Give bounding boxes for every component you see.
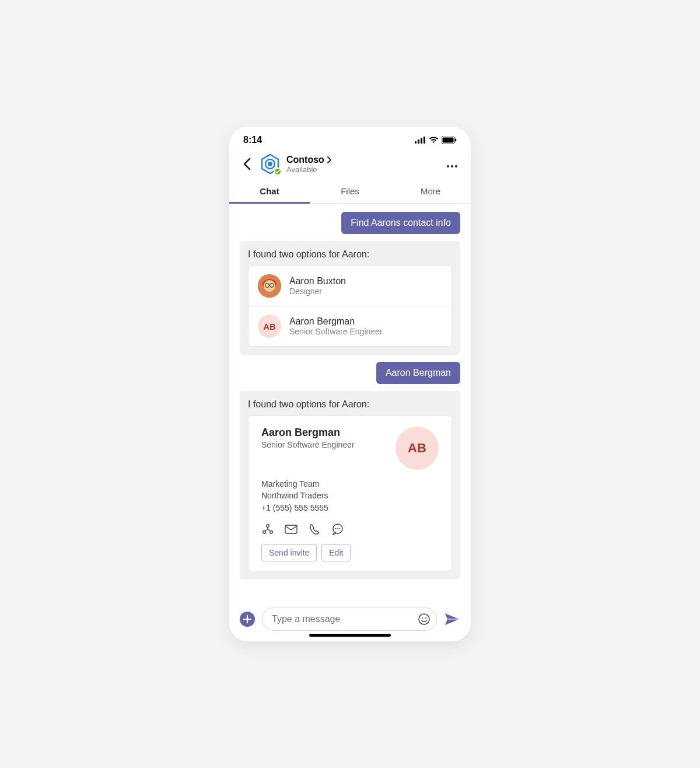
avatar: AB xyxy=(396,427,439,470)
chat-subtitle: Available xyxy=(286,165,438,174)
chat-header: Contoso Available xyxy=(229,150,471,180)
svg-point-24 xyxy=(337,528,338,529)
contact-company: Northwind Traders xyxy=(261,490,439,501)
svg-rect-3 xyxy=(424,137,425,144)
phone-icon[interactable] xyxy=(308,523,321,536)
cellular-icon xyxy=(415,137,426,144)
contact-buttons: Send invite Edit xyxy=(261,544,439,561)
user-message[interactable]: Find Aarons contact info xyxy=(341,212,460,234)
status-bar: 8:14 xyxy=(229,127,471,150)
person-photo-icon xyxy=(258,274,281,298)
svg-point-23 xyxy=(335,528,337,529)
chevron-right-icon xyxy=(327,156,331,163)
avatar-initials: AB xyxy=(263,322,276,331)
avatar: AB xyxy=(258,315,281,338)
wifi-icon xyxy=(429,137,439,144)
header-titles[interactable]: Contoso Available xyxy=(286,155,438,174)
send-icon xyxy=(444,612,460,626)
svg-rect-2 xyxy=(421,138,422,144)
svg-point-25 xyxy=(340,528,341,529)
message-list[interactable]: Find Aarons contact info I found two opt… xyxy=(229,204,471,602)
plus-icon xyxy=(243,615,251,623)
tab-more[interactable]: More xyxy=(390,180,471,203)
svg-rect-6 xyxy=(455,139,456,142)
home-indicator[interactable] xyxy=(309,634,391,637)
option-role: Designer xyxy=(289,287,346,296)
svg-rect-1 xyxy=(418,139,419,144)
tab-files[interactable]: Files xyxy=(310,180,390,203)
contact-meta: Marketing Team Northwind Traders +1 (555… xyxy=(261,478,439,514)
avatar xyxy=(258,274,281,298)
contact-name: Aaron Bergman xyxy=(261,427,355,439)
svg-point-10 xyxy=(447,165,449,167)
svg-point-18 xyxy=(267,525,270,528)
message-input-wrap[interactable] xyxy=(262,608,437,631)
message-input[interactable] xyxy=(272,614,418,624)
svg-rect-5 xyxy=(443,138,454,143)
bot-message: I found two options for Aaron: Aaron Ber… xyxy=(240,391,460,580)
status-icons xyxy=(415,137,457,144)
emoji-button[interactable] xyxy=(418,613,430,626)
bot-message-text: I found two options for Aaron: xyxy=(248,249,452,260)
more-button[interactable] xyxy=(444,158,460,171)
svg-point-26 xyxy=(419,614,429,624)
chat-title: Contoso xyxy=(286,155,324,165)
chevron-left-icon xyxy=(243,158,251,170)
contact-option-list: Aaron Buxton Designer AB Aaron Bergman S… xyxy=(248,266,452,347)
svg-point-9 xyxy=(268,162,272,166)
edit-button[interactable]: Edit xyxy=(321,544,351,561)
svg-point-12 xyxy=(455,165,457,167)
option-name: Aaron Buxton xyxy=(289,276,346,287)
tab-label: More xyxy=(421,186,440,196)
email-icon[interactable] xyxy=(285,523,298,536)
chat-icon[interactable] xyxy=(331,523,344,536)
svg-point-28 xyxy=(425,617,426,619)
tab-label: Chat xyxy=(260,186,279,196)
contact-action-icons xyxy=(261,523,439,536)
svg-point-27 xyxy=(422,617,423,619)
tabs: Chat Files More xyxy=(229,180,471,204)
more-horizontal-icon xyxy=(446,165,458,168)
tab-chat[interactable]: Chat xyxy=(229,180,310,203)
contact-team: Marketing Team xyxy=(261,478,439,490)
presence-available-icon xyxy=(274,167,282,176)
svg-point-11 xyxy=(451,165,453,167)
contact-option[interactable]: Aaron Buxton Designer xyxy=(249,266,452,306)
bot-message-text: I found two options for Aaron: xyxy=(248,399,452,410)
avatar-initials: AB xyxy=(408,441,426,456)
option-name: Aaron Bergman xyxy=(289,316,383,327)
send-button[interactable] xyxy=(444,611,460,627)
contact-role: Senior Software Engineer xyxy=(261,440,355,449)
send-invite-button[interactable]: Send invite xyxy=(261,544,317,561)
contact-card: Aaron Bergman Senior Software Engineer A… xyxy=(248,416,452,571)
back-button[interactable] xyxy=(240,157,254,171)
svg-rect-21 xyxy=(285,525,297,533)
add-button[interactable] xyxy=(240,612,255,627)
tab-label: Files xyxy=(341,186,359,196)
contact-phone: +1 (555) 555 5555 xyxy=(261,502,439,514)
phone-frame: 8:14 Contoso xyxy=(229,127,471,641)
battery-icon xyxy=(442,137,457,144)
status-time: 8:14 xyxy=(243,135,262,145)
option-role: Senior Software Engineer xyxy=(289,327,383,336)
svg-rect-0 xyxy=(415,141,416,144)
bot-message: I found two options for Aaron: xyxy=(240,241,460,355)
emoji-icon xyxy=(418,613,430,626)
user-message[interactable]: Aaron Bergman xyxy=(376,362,460,384)
contact-option[interactable]: AB Aaron Bergman Senior Software Enginee… xyxy=(249,306,452,346)
bot-avatar[interactable] xyxy=(260,153,281,174)
org-icon[interactable] xyxy=(261,523,274,536)
